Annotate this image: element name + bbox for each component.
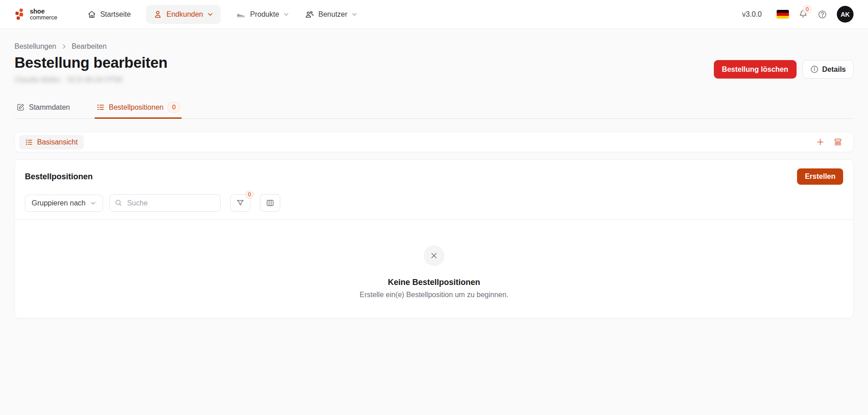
user-avatar[interactable]: AK: [837, 6, 854, 23]
breadcrumb-chevron-icon: [61, 43, 67, 50]
nav-right-cluster: v3.0.0 0 AK: [742, 6, 854, 23]
tab-label: Stammdaten: [29, 103, 70, 112]
app-version: v3.0.0: [742, 10, 762, 19]
view-toolbar-actions: [816, 138, 842, 146]
group-by-dropdown[interactable]: Gruppieren nach: [25, 195, 103, 212]
plus-icon: [816, 138, 825, 146]
notification-count-badge: 0: [803, 5, 811, 14]
shoe-icon: [236, 10, 246, 19]
view-label: Basisansicht: [37, 138, 78, 146]
home-icon: [87, 10, 96, 19]
tab-bestellpositionen[interactable]: Bestellpositionen 0: [94, 102, 182, 118]
page-header-left: Bestellungen Bearbeiten Bestellung bearb…: [14, 42, 167, 84]
filter-count-badge: 0: [245, 191, 254, 199]
chevron-down-icon: [207, 11, 213, 18]
language-flag-german[interactable]: [777, 10, 789, 19]
chevron-down-icon: [351, 11, 358, 18]
group-by-label: Gruppieren nach: [32, 199, 85, 207]
order-customer-redacted: Claudia Müller · SCS-06-04 FP99: [14, 76, 167, 84]
details-button-label: Details: [822, 65, 846, 74]
view-toolbar: Basisansicht: [14, 132, 854, 152]
create-order-item-button[interactable]: Erstellen: [797, 168, 843, 185]
list-icon: [96, 103, 105, 112]
nav-item-benutzer[interactable]: Benutzer: [305, 10, 358, 19]
funnel-icon: [236, 199, 245, 207]
tab-bar: Stammdaten Bestellpositionen 0: [14, 102, 854, 119]
header-actions: Bestellung löschen Details: [714, 60, 854, 79]
tab-stammdaten[interactable]: Stammdaten: [14, 102, 72, 118]
nav-label: Benutzer: [318, 10, 347, 19]
details-button[interactable]: Details: [802, 60, 854, 79]
brand-name: shoe commerce: [30, 8, 57, 21]
nav-item-endkunden[interactable]: Endkunden: [146, 5, 221, 24]
order-items-panel: Bestellpositionen Erstellen Gruppieren n…: [14, 159, 854, 318]
breadcrumb: Bestellungen Bearbeiten: [14, 42, 167, 51]
filter-button[interactable]: 0: [230, 194, 250, 212]
brand-logo[interactable]: shoe commerce: [14, 8, 57, 21]
filter-row: Gruppieren nach 0: [15, 193, 853, 220]
logo-icon: [14, 8, 26, 21]
search-icon: [114, 199, 123, 207]
columns-icon: [266, 199, 274, 207]
info-icon: [810, 65, 819, 74]
nav-item-produkte[interactable]: Produkte: [236, 10, 289, 19]
users-icon: [305, 10, 314, 19]
rows-icon: [834, 138, 842, 146]
search-input[interactable]: [109, 194, 221, 212]
edit-icon: [16, 103, 25, 112]
tab-count-badge: 0: [168, 102, 180, 112]
list-icon: [25, 138, 33, 146]
panel-header: Bestellpositionen Erstellen: [15, 160, 853, 193]
flag-stripe: [777, 16, 789, 19]
search-field-wrap: [109, 194, 221, 212]
notifications-button[interactable]: 0: [798, 9, 808, 19]
delete-order-button[interactable]: Bestellung löschen: [714, 60, 797, 79]
view-selector-basisansicht[interactable]: Basisansicht: [19, 135, 84, 149]
user-icon: [153, 10, 162, 19]
view-list-button[interactable]: [834, 138, 842, 146]
nav-label: Endkunden: [166, 10, 203, 19]
nav-label: Produkte: [250, 10, 279, 19]
tab-label: Bestellpositionen: [109, 103, 164, 112]
chevron-down-icon: [283, 11, 289, 18]
help-icon: [817, 9, 827, 19]
help-button[interactable]: [817, 9, 827, 19]
page-header: Bestellungen Bearbeiten Bestellung bearb…: [0, 29, 868, 84]
breadcrumb-bearbeiten: Bearbeiten: [72, 42, 107, 51]
top-nav: shoe commerce Startseite Endkunden Produ…: [0, 0, 868, 29]
empty-state: Keine Bestellpositionen Erstelle ein(e) …: [15, 220, 853, 318]
empty-state-subtitle: Erstelle ein(e) Bestellposition um zu be…: [359, 291, 508, 299]
empty-state-circle: [424, 245, 444, 266]
x-icon: [429, 251, 439, 260]
add-view-button[interactable]: [816, 138, 825, 146]
page-title: Bestellung bearbeiten: [14, 54, 167, 71]
nav-item-startseite[interactable]: Startseite: [87, 10, 131, 19]
breadcrumb-bestellungen[interactable]: Bestellungen: [14, 42, 57, 51]
empty-state-title: Keine Bestellpositionen: [388, 278, 480, 287]
panel-title: Bestellpositionen: [25, 172, 93, 182]
columns-button[interactable]: [260, 194, 280, 212]
main-nav: Startseite Endkunden Produkte Benutzer: [87, 5, 358, 24]
nav-label: Startseite: [100, 10, 131, 19]
chevron-down-icon: [90, 200, 96, 206]
